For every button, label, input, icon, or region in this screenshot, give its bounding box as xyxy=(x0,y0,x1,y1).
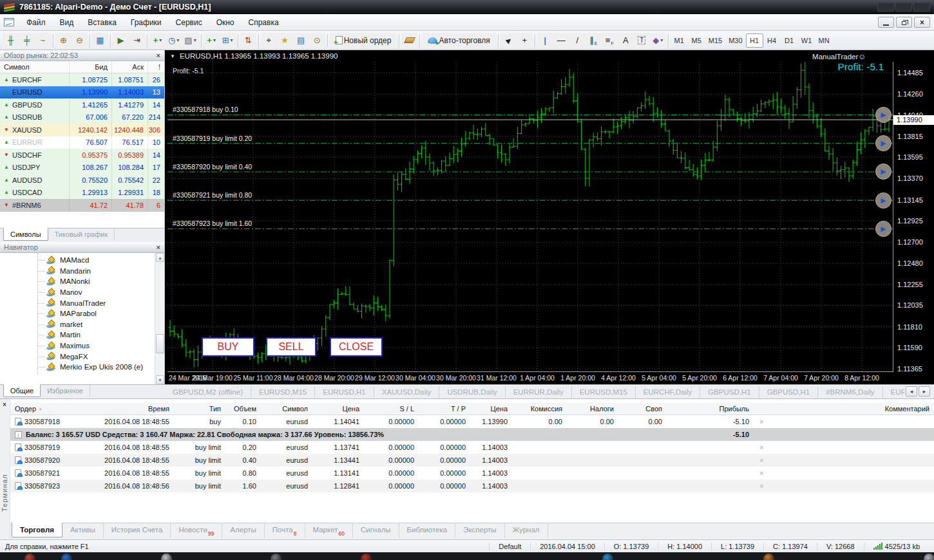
column-Налоги[interactable]: Налоги xyxy=(567,405,618,413)
window-restore-button[interactable] xyxy=(895,3,912,12)
price-chart[interactable] xyxy=(167,62,893,371)
chart-tab-EURUSD,M15[interactable]: EURUSD,M15 xyxy=(251,386,315,398)
window-minimize-button[interactable] xyxy=(877,3,894,12)
column-Ордер[interactable]: Ордер ▵ xyxy=(10,405,84,413)
order-line-button[interactable]: ▶ xyxy=(875,221,891,237)
tile-windows-icon[interactable]: ▦ xyxy=(92,33,108,48)
navigator-item-MegaFX[interactable]: MegaFX xyxy=(0,351,164,362)
menu-item-Сервис[interactable]: Сервис xyxy=(169,15,209,30)
terminal-tab-Почта[interactable]: Почта8 xyxy=(265,523,305,538)
menu-item-Вид[interactable]: Вид xyxy=(53,15,81,30)
column-Символ[interactable]: Символ xyxy=(261,405,312,413)
templates-icon[interactable]: ▨▾ xyxy=(182,33,198,48)
menu-item-Графики[interactable]: Графики xyxy=(124,15,169,30)
tab-Символы[interactable]: Символы xyxy=(3,228,48,241)
candlestick-icon[interactable]: ╪ xyxy=(19,33,35,48)
close-order-icon[interactable]: × xyxy=(754,470,770,477)
market-watch-row-EURCHF[interactable]: ▲EURCHF1.087251.0875126 xyxy=(0,73,164,86)
taskbar-app-icon[interactable] xyxy=(161,554,172,560)
auto-scroll-icon[interactable]: ▶ xyxy=(113,33,129,48)
market-watch-row-XAUUSD[interactable]: ▼XAUUSD1240.1421240.448306 xyxy=(0,124,164,136)
market-watch-row-USDRUB[interactable]: ▲USDRUB67.00667.220214 xyxy=(0,111,164,124)
terminal-tab-Алерты[interactable]: Алерты xyxy=(222,523,264,538)
column-spread[interactable]: ! xyxy=(148,61,164,73)
column-Прибыль[interactable]: Прибыль xyxy=(667,405,754,413)
windows-taskbar[interactable] xyxy=(0,552,934,560)
navigator-item-Martin[interactable]: Martin xyxy=(0,330,164,341)
timeframe-M5[interactable]: M5 xyxy=(688,33,705,48)
market-watch-row-USDCAD[interactable]: ▲USDCAD1.299131.2993118 xyxy=(0,187,164,200)
chart-tab-EURUSD,H1[interactable]: EURUSD,H1 xyxy=(883,386,904,398)
new-chart-icon[interactable]: +▾ xyxy=(149,33,166,48)
tab-Общие[interactable]: Общие xyxy=(3,384,41,397)
tab-Избранное[interactable]: Избранное xyxy=(41,385,90,397)
column-Комментарий[interactable]: Комментарий xyxy=(770,405,934,413)
column-Цена[interactable]: Цена xyxy=(312,405,364,413)
chart-tab-GBPUSD,H1[interactable]: GBPUSD,H1 xyxy=(759,386,818,398)
terminal-tab-Сигналы[interactable]: Сигналы xyxy=(353,523,399,538)
refresh-icon[interactable]: ⇅ xyxy=(240,33,256,48)
terminal-tab-Библиотека[interactable]: Библиотека xyxy=(399,523,456,538)
order-row-330587923[interactable]: 3305879232016.04.08 18:48:56buy limit1.6… xyxy=(10,480,934,492)
chart-tab-EURCHF,Daily[interactable]: EURCHF,Daily xyxy=(636,386,700,398)
scroll-down-icon[interactable]: ▼ xyxy=(156,375,164,384)
market-watch-row-EURRUR[interactable]: ▲EURRUR76.50776.51710 xyxy=(0,136,164,149)
buy-button[interactable]: BUY xyxy=(202,337,254,357)
zoom-in-icon[interactable]: ⊕ xyxy=(55,33,71,48)
horizontal-line-icon[interactable]: — xyxy=(553,33,569,48)
auto-trading-button[interactable]: Авто-торговля xyxy=(422,33,495,48)
terminal-tab-Активы[interactable]: Активы xyxy=(62,523,104,538)
column-Тип[interactable]: Тип xyxy=(174,405,225,413)
column-Цена[interactable]: Цена xyxy=(470,405,512,413)
navigator-item-Maximus[interactable]: Maximus xyxy=(0,341,164,351)
close-order-icon[interactable]: × xyxy=(754,457,770,464)
taskbar-app-icon[interactable] xyxy=(24,554,35,560)
column-ask[interactable]: Аск xyxy=(112,61,148,73)
navigator-item-Merkio Exp Ukis 2008 (e)[interactable]: Merkio Exp Ukis 2008 (e) xyxy=(0,362,164,373)
taskbar-app-icon[interactable] xyxy=(924,554,934,560)
chart-tab-GBPUSD,M2 (offline)[interactable]: GBPUSD,M2 (offline) xyxy=(165,386,251,398)
crosshair-target-icon[interactable]: ⌖ xyxy=(261,33,277,48)
taskbar-app-icon[interactable] xyxy=(602,554,613,560)
column-Время[interactable]: Время xyxy=(84,405,174,413)
data-window-icon[interactable]: ▤ xyxy=(293,33,309,48)
market-watch-row-USDCHF[interactable]: ▼USDCHF0.953750.9538914 xyxy=(0,149,164,162)
terminal-tab-Новости[interactable]: Новости99 xyxy=(171,523,222,538)
channel-icon[interactable]: ∥E xyxy=(586,33,602,48)
chart-window-icon[interactable] xyxy=(4,18,14,26)
zoom-out-icon[interactable]: ⊖ xyxy=(71,33,88,48)
text-icon[interactable]: A xyxy=(618,33,634,48)
menu-item-Окно[interactable]: Окно xyxy=(209,15,242,30)
bar-chart-icon[interactable]: ╫ xyxy=(3,33,19,48)
market-watch-row-AUDUSD[interactable]: ▲AUDUSD0.755200.7554222 xyxy=(0,174,164,187)
close-order-icon[interactable]: × xyxy=(754,418,770,425)
order-row-330587920[interactable]: 3305879202016.04.08 18:48:55buy limit0.4… xyxy=(10,454,934,467)
sell-button[interactable]: SELL xyxy=(266,337,316,357)
eraser-icon[interactable] xyxy=(401,33,417,48)
terminal-close-icon[interactable]: × xyxy=(3,402,6,408)
chart-tab-USDRUB,Daily[interactable]: USDRUB,Daily xyxy=(439,386,505,398)
navigator-item-ManualTrader[interactable]: ManualTrader xyxy=(0,297,164,308)
chart-tab-EURUSD,H1[interactable]: EURUSD,H1 xyxy=(315,386,374,398)
window-list-icon[interactable]: ⊞▾ xyxy=(220,33,236,48)
navigator-item-MAMacd[interactable]: MAMacd xyxy=(0,255,164,266)
order-line-button[interactable]: ▶ xyxy=(875,192,891,209)
taskbar-app-icon[interactable] xyxy=(763,554,774,560)
timeframe-D1[interactable]: D1 xyxy=(781,33,798,48)
column-bid[interactable]: Бид xyxy=(70,61,112,73)
taskbar-app-icon[interactable] xyxy=(271,554,281,560)
close-button[interactable]: CLOSE xyxy=(330,337,383,357)
chart-shift-icon[interactable]: ⇥ xyxy=(129,33,145,48)
timeframe-W1[interactable]: W1 xyxy=(798,33,815,48)
taskbar-app-icon[interactable] xyxy=(61,554,72,560)
menu-item-Вставка[interactable]: Вставка xyxy=(81,15,124,30)
menu-item-Файл[interactable]: Файл xyxy=(19,15,53,30)
chart-minimize-button[interactable] xyxy=(878,17,894,28)
find-symbol-icon[interactable]: ⊙ xyxy=(309,33,325,48)
chart-close-button[interactable]: × xyxy=(914,17,930,28)
arrow-tools-icon[interactable]: ◆▾ xyxy=(650,33,666,48)
vertical-line-icon[interactable]: | xyxy=(537,33,553,48)
market-watch-row-EURUSD[interactable]: ▲EURUSD1.139901.1400313 xyxy=(0,86,164,99)
navigator-item-MANonki[interactable]: MANonki xyxy=(0,276,164,287)
line-chart-icon[interactable]: ~ xyxy=(35,33,51,48)
